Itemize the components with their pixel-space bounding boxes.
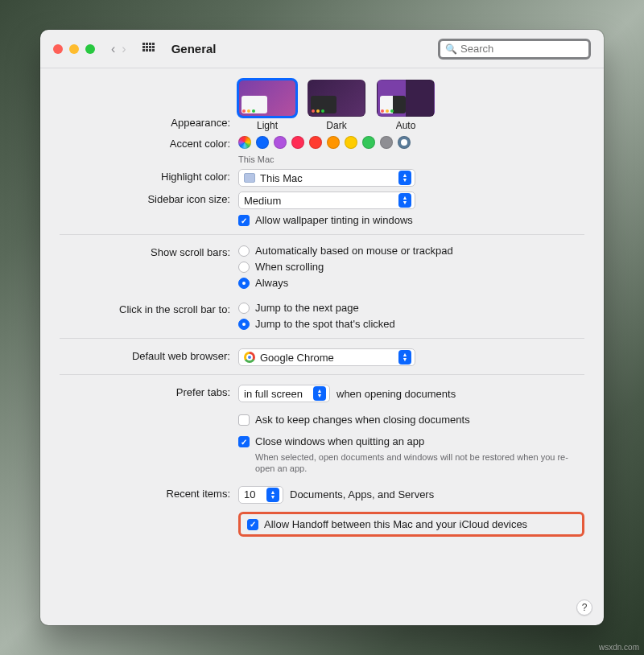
chevron-updown-icon bbox=[266, 488, 279, 502]
browser-dropdown[interactable]: Google Chrome bbox=[238, 348, 415, 366]
radio-icon bbox=[238, 245, 250, 257]
checkbox-icon bbox=[238, 414, 250, 426]
highlight-swatch-icon bbox=[244, 173, 255, 183]
close-windows-checkbox[interactable]: Close windows when quitting an app bbox=[238, 435, 584, 447]
chevron-updown-icon bbox=[313, 386, 326, 401]
close-windows-label: Close windows when quitting an app bbox=[255, 435, 424, 447]
scroll-always-radio[interactable]: Always bbox=[238, 277, 584, 289]
checkbox-icon bbox=[238, 436, 250, 447]
wallpaper-tint-label: Allow wallpaper tinting in windows bbox=[255, 214, 413, 226]
recent-value: 10 bbox=[244, 488, 262, 501]
accent-purple[interactable] bbox=[274, 136, 287, 149]
accent-orange[interactable] bbox=[327, 136, 340, 149]
tabs-label: Prefer tabs: bbox=[60, 385, 238, 398]
recent-label: Recent items: bbox=[60, 486, 238, 500]
traffic-lights bbox=[53, 44, 95, 54]
sidebar-size-label: Sidebar icon size: bbox=[60, 192, 238, 205]
highlight-value: This Mac bbox=[260, 172, 394, 184]
accent-thismac[interactable] bbox=[398, 136, 411, 149]
window-title: General bbox=[171, 42, 217, 56]
forward-button[interactable]: › bbox=[122, 42, 126, 56]
accent-pink[interactable] bbox=[291, 136, 304, 149]
checkbox-icon bbox=[247, 519, 258, 530]
close-icon[interactable] bbox=[53, 44, 63, 54]
chevron-updown-icon bbox=[398, 193, 411, 208]
recent-suffix: Documents, Apps, and Servers bbox=[290, 488, 434, 501]
accent-yellow[interactable] bbox=[345, 136, 357, 149]
scrollbars-label: Show scroll bars: bbox=[60, 245, 238, 258]
accent-multi[interactable] bbox=[238, 136, 251, 149]
search-field[interactable]: 🔍 bbox=[438, 39, 591, 60]
highlight-label: Highlight color: bbox=[60, 169, 238, 183]
close-windows-fineprint: When selected, open documents and window… bbox=[238, 451, 584, 475]
radio-icon bbox=[238, 303, 250, 314]
window-toolbar: ‹ › General 🔍 bbox=[40, 30, 604, 68]
accent-swatches bbox=[238, 136, 584, 149]
sidebar-size-dropdown[interactable]: Medium bbox=[238, 192, 415, 209]
appearance-label: Appearance: bbox=[60, 80, 238, 129]
scrollclick-page-radio[interactable]: Jump to the next page bbox=[238, 302, 584, 314]
wallpaper-tint-checkbox[interactable]: Allow wallpaper tinting in windows bbox=[238, 214, 584, 226]
minimize-icon[interactable] bbox=[69, 44, 79, 54]
accent-caption: This Mac bbox=[238, 154, 584, 164]
scrollclick-label: Click in the scroll bar to: bbox=[60, 302, 238, 315]
ask-keep-checkbox[interactable]: Ask to keep changes when closing documen… bbox=[238, 414, 584, 426]
accent-blue[interactable] bbox=[256, 136, 269, 149]
ask-keep-label: Ask to keep changes when closing documen… bbox=[255, 414, 470, 426]
browser-value: Google Chrome bbox=[260, 352, 394, 364]
scroll-auto-radio[interactable]: Automatically based on mouse or trackpad bbox=[238, 245, 584, 257]
watermark: wsxdn.com bbox=[599, 643, 639, 652]
tabs-dropdown[interactable]: in full screen bbox=[238, 385, 330, 402]
tabs-value: in full screen bbox=[244, 388, 308, 400]
accent-red[interactable] bbox=[309, 136, 322, 149]
appearance-dark[interactable]: Dark bbox=[308, 80, 365, 131]
maximize-icon[interactable] bbox=[85, 44, 95, 54]
radio-icon bbox=[238, 262, 250, 273]
highlight-dropdown[interactable]: This Mac bbox=[238, 169, 415, 187]
handoff-highlight: Allow Handoff between this Mac and your … bbox=[238, 512, 584, 537]
recent-dropdown[interactable]: 10 bbox=[238, 486, 283, 504]
appearance-light-label: Light bbox=[257, 120, 278, 131]
radio-icon bbox=[238, 319, 250, 330]
radio-icon bbox=[238, 278, 250, 289]
scrollclick-spot-radio[interactable]: Jump to the spot that's clicked bbox=[238, 318, 584, 330]
appearance-light[interactable]: Light bbox=[238, 80, 296, 131]
accent-graphite[interactable] bbox=[380, 136, 393, 149]
appearance-auto[interactable]: Auto bbox=[377, 80, 435, 131]
appearance-auto-label: Auto bbox=[396, 120, 416, 131]
browser-label: Default web browser: bbox=[60, 348, 238, 362]
preferences-window: ‹ › General 🔍 Appearance: Light bbox=[40, 30, 604, 625]
accent-green[interactable] bbox=[362, 136, 375, 149]
handoff-checkbox[interactable]: Allow Handoff between this Mac and your … bbox=[247, 518, 576, 530]
appearance-dark-label: Dark bbox=[326, 120, 346, 131]
chevron-updown-icon bbox=[398, 350, 411, 365]
search-icon: 🔍 bbox=[445, 43, 457, 55]
back-button[interactable]: ‹ bbox=[111, 42, 115, 56]
chrome-icon bbox=[244, 352, 255, 363]
checkbox-icon bbox=[238, 215, 250, 226]
sidebar-size-value: Medium bbox=[244, 195, 394, 207]
chevron-updown-icon bbox=[398, 171, 411, 185]
tabs-suffix: when opening documents bbox=[336, 388, 456, 400]
search-input[interactable] bbox=[460, 43, 596, 55]
handoff-label: Allow Handoff between this Mac and your … bbox=[264, 518, 527, 530]
help-button[interactable]: ? bbox=[576, 599, 592, 616]
show-all-icon[interactable] bbox=[142, 43, 155, 56]
scroll-whenscrolling-radio[interactable]: When scrolling bbox=[238, 261, 584, 273]
nav-arrows: ‹ › bbox=[111, 42, 126, 56]
accent-label: Accent color: bbox=[60, 136, 238, 150]
content-area: Appearance: Light Dark Auto bbox=[40, 68, 604, 625]
